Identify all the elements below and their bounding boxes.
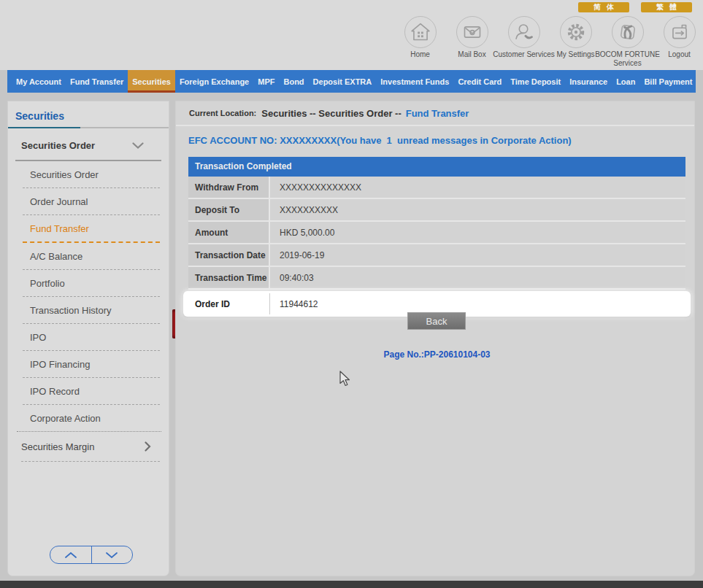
table-row-transaction-date: Transaction Date 2019-06-19 bbox=[188, 244, 685, 267]
sidebar-item-corporate-action[interactable]: Corporate Action bbox=[17, 405, 161, 432]
logout-icon bbox=[664, 16, 696, 48]
scroll-up-button[interactable] bbox=[50, 546, 92, 563]
sidebar-item-securities-order[interactable]: Securities Order bbox=[23, 161, 160, 188]
transaction-table: Transaction Completed Withdraw From XXXX… bbox=[188, 157, 685, 317]
quick-link-logout[interactable]: Logout bbox=[653, 16, 703, 67]
nav-investment-funds[interactable]: Investment Funds bbox=[376, 70, 453, 93]
sidebar-menu: Securities Order Order Journal Fund Tran… bbox=[8, 161, 169, 432]
nav-bill-payment[interactable]: Bill Payment bbox=[639, 70, 696, 93]
page-number: Page No.:PP-20610104-03 bbox=[188, 349, 685, 360]
lang-traditional-button[interactable]: 繁體 bbox=[641, 2, 692, 12]
row-label: Amount bbox=[188, 222, 270, 243]
row-label: Deposit To bbox=[188, 199, 270, 220]
quick-link-mailbox[interactable]: Mail Box bbox=[446, 16, 498, 67]
customer-services-icon bbox=[508, 16, 540, 48]
table-row-withdraw-from: Withdraw From XXXXXXXXXXXXXX bbox=[188, 177, 685, 199]
nav-insurance[interactable]: Insurance bbox=[565, 70, 612, 93]
table-row-order-id: Order ID 11944612 bbox=[188, 293, 685, 314]
top-header: 简体 繁體 Home bbox=[0, 0, 703, 70]
sidebar-title: Securities bbox=[15, 110, 169, 122]
table-header: Transaction Completed bbox=[188, 157, 685, 177]
sidebar-item-ipo-financing[interactable]: IPO Financing bbox=[23, 351, 160, 378]
quick-link-label: My Settings bbox=[556, 50, 594, 58]
sidebar-group-securities-margin[interactable]: Securities Margin bbox=[21, 432, 160, 462]
main-content: Current Location: Securities -- Securiti… bbox=[175, 101, 695, 576]
sidebar-group-label: Securities Margin bbox=[21, 441, 94, 452]
language-switcher: 简体 繁體 bbox=[578, 2, 692, 12]
quick-links: Home Mail Box bbox=[394, 16, 703, 67]
bocom-fortune-icon bbox=[612, 16, 644, 48]
back-button[interactable]: Back bbox=[407, 312, 466, 330]
row-value: 2019-06-19 bbox=[270, 244, 685, 266]
nav-time-deposit[interactable]: Time Deposit bbox=[506, 70, 565, 93]
row-value: XXXXXXXXXX bbox=[270, 199, 685, 220]
account-heading: EFC ACCOUNT NO: XXXXXXXXX(You have 1 unr… bbox=[188, 135, 572, 146]
table-row-amount: Amount HKD 5,000.00 bbox=[188, 222, 685, 244]
breadcrumb-current[interactable]: Fund Transfer bbox=[406, 108, 469, 119]
sidebar-item-order-journal[interactable]: Order Journal bbox=[23, 188, 160, 215]
nav-credit-card[interactable]: Credit Card bbox=[453, 70, 506, 93]
sidebar-title-underline bbox=[8, 127, 169, 128]
row-value: HKD 5,000.00 bbox=[270, 222, 685, 243]
quick-link-home[interactable]: Home bbox=[394, 16, 446, 67]
row-value: 11944612 bbox=[270, 293, 685, 314]
nav-foreign-exchange[interactable]: Foreign Exchange bbox=[175, 70, 253, 93]
lang-simplified-button[interactable]: 简体 bbox=[578, 2, 629, 12]
row-label: Order ID bbox=[188, 293, 270, 314]
breadcrumb-path: Securities -- Securities Order -- bbox=[261, 108, 401, 119]
chevron-right-icon bbox=[145, 441, 151, 452]
quick-link-label: Mail Box bbox=[458, 50, 485, 58]
row-value: XXXXXXXXXXXXXX bbox=[270, 177, 685, 198]
sidebar-item-ipo[interactable]: IPO bbox=[23, 324, 160, 351]
quick-link-label: Customer Services bbox=[493, 50, 554, 58]
bottom-strip bbox=[0, 581, 703, 588]
mailbox-icon bbox=[456, 16, 488, 48]
breadcrumb: Current Location: Securities -- Securiti… bbox=[176, 101, 694, 126]
main-nav: My Account Fund Transfer Securities Fore… bbox=[7, 70, 696, 93]
nav-mpf[interactable]: MPF bbox=[253, 70, 279, 93]
row-label: Transaction Date bbox=[188, 244, 270, 266]
row-label: Withdraw From bbox=[188, 177, 270, 198]
quick-link-label: BOCOM FORTUNE Services bbox=[594, 50, 661, 67]
table-row-transaction-time: Transaction Time 09:40:03 bbox=[188, 267, 685, 290]
sidebar: Securities Securities Order Securities O… bbox=[7, 101, 169, 576]
chevron-up-icon bbox=[64, 552, 77, 559]
nav-fund-transfer[interactable]: Fund Transfer bbox=[66, 70, 128, 93]
chevron-down-icon bbox=[105, 552, 118, 559]
page: 简体 繁體 Home bbox=[0, 0, 703, 588]
scroll-down-button[interactable] bbox=[92, 546, 133, 563]
quick-link-customer-services[interactable]: Customer Services bbox=[498, 16, 550, 67]
nav-deposit-extra[interactable]: Deposit EXTRA bbox=[309, 70, 377, 93]
sidebar-group-label: Securities Order bbox=[21, 140, 95, 151]
nav-my-account[interactable]: My Account bbox=[12, 70, 66, 93]
sidebar-item-transaction-history[interactable]: Transaction History bbox=[23, 297, 160, 324]
breadcrumb-label: Current Location: bbox=[189, 109, 256, 117]
chevron-down-icon bbox=[132, 142, 144, 149]
sidebar-item-ipo-record[interactable]: IPO Record bbox=[23, 378, 160, 405]
sidebar-item-fund-transfer[interactable]: Fund Transfer bbox=[23, 215, 160, 243]
home-icon bbox=[404, 16, 437, 48]
table-row-deposit-to: Deposit To XXXXXXXXXX bbox=[188, 199, 685, 222]
gear-icon bbox=[560, 16, 592, 48]
nav-loan[interactable]: Loan bbox=[612, 70, 639, 93]
nav-securities[interactable]: Securities bbox=[128, 70, 175, 93]
sidebar-item-ac-balance[interactable]: A/C Balance bbox=[23, 243, 160, 270]
sidebar-pager bbox=[50, 546, 133, 564]
row-label: Transaction Time bbox=[188, 267, 270, 288]
row-value: 09:40:03 bbox=[270, 267, 685, 288]
sidebar-item-portfolio[interactable]: Portfolio bbox=[23, 270, 160, 297]
nav-bond[interactable]: Bond bbox=[279, 70, 308, 93]
quick-link-label: Logout bbox=[668, 50, 691, 58]
quick-link-bocom-fortune[interactable]: BOCOM FORTUNE Services bbox=[602, 16, 653, 67]
sidebar-group-securities-order[interactable]: Securities Order bbox=[21, 136, 144, 154]
quick-link-label: Home bbox=[410, 50, 430, 58]
